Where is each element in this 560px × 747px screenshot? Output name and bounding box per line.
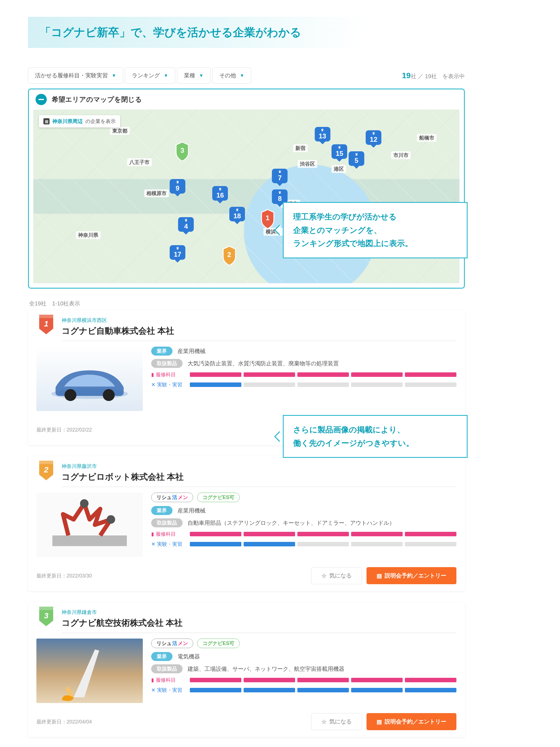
map-pin[interactable]: ♛13 xyxy=(315,127,330,146)
label-course: ▮履修科目 xyxy=(151,677,185,684)
pill-product: 取扱製品 xyxy=(151,359,183,368)
product-value: 自動車用部品（ステアリングロック、キーセット、ドアミラー、アウトハンドル） xyxy=(188,519,395,527)
svg-point-2 xyxy=(103,389,115,401)
experiment-score xyxy=(190,688,456,692)
updated-date: 最終更新日：2022/04/04 xyxy=(36,718,92,725)
flag-icon: ▮ xyxy=(151,677,154,683)
tag-es: コグナビES可 xyxy=(197,493,240,502)
map-city-label: 市川市 xyxy=(391,151,411,159)
pill-product: 取扱製品 xyxy=(151,664,183,673)
calendar-icon: ▤ xyxy=(377,718,382,725)
map-pin[interactable]: ♛7 xyxy=(272,169,288,187)
crown-icon: ♛ xyxy=(278,170,282,174)
company-location: 神奈川県横浜市西区 xyxy=(61,317,456,324)
map-medal-pin-2[interactable]: 2 xyxy=(221,245,238,266)
industry-value: 産業用機械 xyxy=(178,347,206,355)
map-pin[interactable]: ♛17 xyxy=(170,245,185,264)
company-card-3: 3 神奈川県鎌倉市 コグナビ航空技術株式会社 本社 リシュ活メンコグナビES可 … xyxy=(28,602,465,737)
page-headline: 「コグナビ新卒」で、学びを活かせる企業がわかる xyxy=(28,17,364,48)
flag-icon: ▮ xyxy=(151,531,154,537)
crown-icon: ♛ xyxy=(338,146,341,149)
pill-industry: 業界 xyxy=(151,346,172,356)
label-experiment: ✕実験・実習 xyxy=(151,381,185,388)
pill-product: 取扱製品 xyxy=(151,518,183,527)
map-city-label: 神奈川県 xyxy=(76,231,101,239)
map-medal-pin-1[interactable]: 1 xyxy=(259,208,276,230)
updated-date: 最終更新日：2022/02/22 xyxy=(36,427,92,433)
star-icon: ☆ xyxy=(321,718,326,725)
map-city-label: 新宿 xyxy=(293,144,308,152)
course-score xyxy=(190,678,456,682)
favorite-button[interactable]: ☆気になる xyxy=(311,713,362,730)
map-city-label: 八王子市 xyxy=(127,158,152,166)
map-pin[interactable]: ♛5 xyxy=(349,151,364,170)
svg-point-4 xyxy=(80,499,88,508)
map-medal-pin-3[interactable]: 3 xyxy=(174,141,191,162)
list-meta: 全19社 1-10社表示 xyxy=(29,300,465,307)
filter-bar: 活かせる履修科目・実験実習▼ランキング▼業種▼その他▼ 19社 ／ 19社 を表… xyxy=(28,68,465,83)
callout-list: さらに製品画像の掲載により、働く先のイメージがつきやすい。 xyxy=(283,415,468,458)
pill-industry: 業界 xyxy=(151,652,172,661)
chevron-down-icon: ▼ xyxy=(164,73,168,78)
experiment-score xyxy=(190,542,456,546)
map-city-label: 相模原市 xyxy=(144,189,169,197)
chevron-down-icon: ▼ xyxy=(199,73,204,78)
crown-icon: ♛ xyxy=(321,128,324,132)
result-count: 19社 ／ 19社 を表示中 xyxy=(402,71,465,80)
svg-point-1 xyxy=(64,389,76,401)
filter-0[interactable]: 活かせる履修科目・実験実習▼ xyxy=(28,68,123,83)
course-score xyxy=(190,532,456,536)
crown-icon: ♛ xyxy=(176,180,179,184)
crown-icon: ♛ xyxy=(236,208,239,211)
entry-button[interactable]: ▤説明会予約／エントリー xyxy=(367,713,456,730)
label-experiment: ✕実験・実習 xyxy=(151,541,185,547)
map-pin[interactable]: ♛15 xyxy=(331,144,347,163)
tag-rishu: リシュ活メン xyxy=(151,493,193,502)
company-thumbnail xyxy=(36,346,143,411)
label-course: ▮履修科目 xyxy=(151,531,185,537)
company-title[interactable]: コグナビ自動車株式会社 本社 xyxy=(61,325,456,337)
company-title[interactable]: コグナビ航空技術株式会社 本社 xyxy=(61,617,456,629)
updated-date: 最終更新日：2022/03/30 xyxy=(36,572,92,579)
chevron-down-icon: ▼ xyxy=(240,73,244,78)
experiment-score xyxy=(190,383,456,387)
product-value: 建築、工場設備、サーバ、ネットワーク、航空宇宙搭載用機器 xyxy=(188,665,344,673)
course-score xyxy=(190,372,456,377)
calendar-icon: ▤ xyxy=(377,572,382,579)
industry-value: 産業用機械 xyxy=(178,507,206,514)
label-course: ▮履修科目 xyxy=(151,371,185,378)
crown-icon: ♛ xyxy=(219,187,222,191)
crown-icon: ♛ xyxy=(185,218,188,222)
map-pin[interactable]: ♛9 xyxy=(170,179,185,198)
map-toggle[interactable]: 希望エリアのマップを閉じる xyxy=(29,89,464,109)
filter-2[interactable]: 業種▼ xyxy=(177,68,211,83)
filter-1[interactable]: ランキング▼ xyxy=(125,68,175,83)
map-city-label: 渋谷区 xyxy=(298,160,317,168)
crown-icon: ♛ xyxy=(372,132,375,135)
crown-icon: ♛ xyxy=(176,247,179,250)
industry-value: 電気機器 xyxy=(178,653,200,661)
tag-es: コグナビES可 xyxy=(197,639,240,648)
favorite-button[interactable]: ☆気になる xyxy=(311,567,362,584)
map-pin[interactable]: ♛18 xyxy=(229,207,245,225)
svg-point-5 xyxy=(107,515,115,524)
map-city-label: 東京都 xyxy=(110,127,130,135)
tools-icon: ✕ xyxy=(151,541,155,547)
company-title[interactable]: コグナビロボット株式会社 本社 xyxy=(61,471,456,483)
map-pin[interactable]: ♛4 xyxy=(178,217,194,236)
map-pin[interactable]: ♛16 xyxy=(212,186,228,205)
company-thumbnail xyxy=(36,639,143,703)
map-city-label: 港区 xyxy=(331,165,346,173)
tools-icon: ✕ xyxy=(151,382,155,388)
filter-3[interactable]: その他▼ xyxy=(212,68,251,83)
entry-button[interactable]: ▤説明会予約／エントリー xyxy=(367,567,456,584)
map-panel: 希望エリアのマップを閉じる ▦ 神奈川県周辺 の企業を表示 八王子市相模原市神奈… xyxy=(28,88,465,289)
crown-icon: ♛ xyxy=(278,191,282,194)
map-pin[interactable]: ♛12 xyxy=(366,130,381,149)
svg-rect-3 xyxy=(52,536,127,546)
minus-icon xyxy=(35,94,47,105)
product-value: 大気汚染防止装置、水質汚濁防止装置、廃棄物等の処理装置 xyxy=(188,360,339,367)
tag-rishu: リシュ活メン xyxy=(151,639,193,648)
map-area-chip[interactable]: ▦ 神奈川県周辺 の企業を表示 xyxy=(39,115,120,128)
callout-map: 理工系学生の学びが活かせる企業とのマッチングを、ランキング形式で地図上に表示。 xyxy=(283,202,468,258)
